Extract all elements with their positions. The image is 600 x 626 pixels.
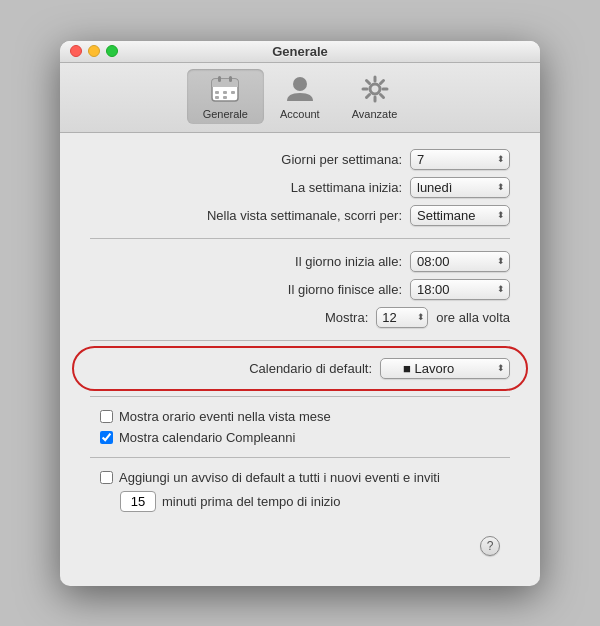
bottom-bar: ?	[90, 522, 510, 566]
giorni-label: Giorni per settimana:	[281, 152, 402, 167]
divider-4	[90, 457, 510, 458]
vista-select[interactable]: Settimane Giorni	[410, 205, 510, 226]
giorno-inizia-label: Il giorno inizia alle:	[295, 254, 402, 269]
row-vista: Nella vista settimanale, scorri per: Set…	[90, 205, 510, 226]
ore-select-wrapper: 12 1 2 3	[376, 307, 428, 328]
settimana-select-wrapper: lunedì martedì mercoledì	[410, 177, 510, 198]
content-area: Giorni per settimana: 7 5 6 La settimana…	[60, 133, 540, 586]
giorno-finisce-select[interactable]: 18:00 17:00 19:00	[410, 279, 510, 300]
toolbar-item-avanzate[interactable]: Avanzate	[336, 69, 414, 124]
ore-alla-volta-label: ore alla volta	[436, 310, 510, 325]
svg-line-19	[366, 94, 369, 97]
checkbox-compleanni[interactable]	[100, 431, 113, 444]
divider-2	[90, 340, 510, 341]
giorno-finisce-label: Il giorno finisce alle:	[288, 282, 402, 297]
giorno-inizia-select[interactable]: 08:00 07:00 09:00	[410, 251, 510, 272]
checkbox-row-1: Mostra orario eventi nella vista mese	[90, 409, 510, 424]
vista-label: Nella vista settimanale, scorri per:	[207, 208, 402, 223]
settimana-label: La settimana inizia:	[291, 180, 402, 195]
checkbox-row-3: Aggiungi un avviso di default a tutti i …	[90, 470, 510, 485]
giorni-select-wrapper: 7 5 6	[410, 149, 510, 170]
checkbox-row-2: Mostra calendario Compleanni	[90, 430, 510, 445]
section-calendario: Calendario di default: ■ Lavoro Casa	[90, 353, 510, 384]
checkbox-eventi-mese-label: Mostra orario eventi nella vista mese	[119, 409, 331, 424]
ore-select[interactable]: 12 1 2 3	[376, 307, 428, 328]
row-mostra: Mostra: 12 1 2 3 ore alla volta	[90, 307, 510, 328]
minuti-row: minuti prima del tempo di inizio	[90, 491, 510, 512]
account-icon	[284, 73, 316, 105]
svg-line-17	[380, 94, 383, 97]
close-button[interactable]	[70, 45, 82, 57]
giorno-inizia-select-wrapper: 08:00 07:00 09:00	[410, 251, 510, 272]
svg-rect-4	[229, 76, 232, 82]
svg-rect-6	[223, 91, 227, 94]
vista-select-wrapper: Settimane Giorni	[410, 205, 510, 226]
giorno-finisce-select-wrapper: 18:00 17:00 19:00	[410, 279, 510, 300]
svg-rect-7	[231, 91, 235, 94]
toolbar-label-generale: Generale	[203, 108, 248, 120]
minuti-label: minuti prima del tempo di inizio	[162, 494, 340, 509]
toolbar-item-generale[interactable]: Generale	[187, 69, 264, 124]
preferences-window: Generale Generale	[60, 41, 540, 586]
svg-point-10	[293, 77, 307, 91]
minuti-input[interactable]	[120, 491, 156, 512]
generale-icon	[209, 73, 241, 105]
svg-rect-3	[218, 76, 221, 82]
checkbox-avviso[interactable]	[100, 471, 113, 484]
traffic-lights	[70, 45, 118, 57]
checkbox-avviso-label: Aggiungi un avviso di default a tutti i …	[119, 470, 440, 485]
minimize-button[interactable]	[88, 45, 100, 57]
window-title: Generale	[272, 44, 328, 59]
section-time: Il giorno inizia alle: 08:00 07:00 09:00…	[90, 251, 510, 328]
svg-rect-5	[215, 91, 219, 94]
svg-line-16	[366, 80, 369, 83]
svg-line-18	[380, 80, 383, 83]
toolbar-item-account[interactable]: Account	[264, 69, 336, 124]
mostra-label: Mostra:	[325, 310, 368, 325]
divider-3	[90, 396, 510, 397]
toolbar-label-avanzate: Avanzate	[352, 108, 398, 120]
toolbar-label-account: Account	[280, 108, 320, 120]
giorni-select[interactable]: 7 5 6	[410, 149, 510, 170]
row-giorno-finisce: Il giorno finisce alle: 18:00 17:00 19:0…	[90, 279, 510, 300]
help-button[interactable]: ?	[480, 536, 500, 556]
checkbox-compleanni-label: Mostra calendario Compleanni	[119, 430, 295, 445]
divider-1	[90, 238, 510, 239]
checkbox-eventi-mese[interactable]	[100, 410, 113, 423]
calendario-select-wrapper: ■ Lavoro Casa	[380, 358, 510, 379]
section-week: Giorni per settimana: 7 5 6 La settimana…	[90, 149, 510, 226]
row-giorni: Giorni per settimana: 7 5 6	[90, 149, 510, 170]
calendario-label: Calendario di default:	[249, 361, 372, 376]
settimana-select[interactable]: lunedì martedì mercoledì	[410, 177, 510, 198]
svg-rect-2	[212, 83, 238, 87]
row-settimana: La settimana inizia: lunedì martedì merc…	[90, 177, 510, 198]
section-checkboxes: Mostra orario eventi nella vista mese Mo…	[90, 409, 510, 445]
title-bar: Generale	[60, 41, 540, 63]
svg-point-11	[370, 84, 380, 94]
section-avviso: Aggiungi un avviso di default a tutti i …	[90, 470, 510, 512]
row-giorno-inizia: Il giorno inizia alle: 08:00 07:00 09:00	[90, 251, 510, 272]
toolbar: Generale Account	[60, 63, 540, 133]
maximize-button[interactable]	[106, 45, 118, 57]
calendario-select[interactable]: ■ Lavoro Casa	[380, 358, 510, 379]
svg-rect-8	[215, 96, 219, 99]
svg-rect-9	[223, 96, 227, 99]
avanzate-icon	[359, 73, 391, 105]
